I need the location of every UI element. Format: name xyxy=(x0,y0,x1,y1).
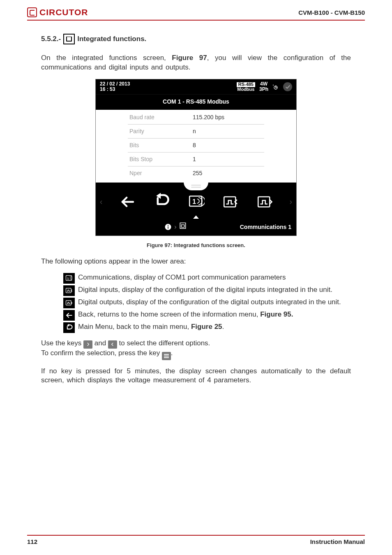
section-title: Integrated functions. xyxy=(77,35,146,44)
breadcrumb-square-icon xyxy=(179,222,187,232)
keys-paragraph: Use the keys and to select the different… xyxy=(41,339,351,360)
table-row: Baud rate 115.200 bps xyxy=(128,111,264,125)
brand-logo-mark xyxy=(27,7,37,17)
pull-handle-icon[interactable] xyxy=(184,182,208,190)
device-footer: › Communications 1 xyxy=(96,220,296,236)
list-item-text: Communications, display of COM1 port com… xyxy=(78,273,351,282)
chevron-right-icon[interactable]: › xyxy=(288,196,294,207)
section-heading: 5.5.2.- Integrated functions. xyxy=(41,34,351,44)
main-figure-ref: Figure 25 xyxy=(191,323,222,331)
device-datetime: 22 / 02 / 2013 16 : 53 xyxy=(100,81,130,92)
right-key-icon xyxy=(83,340,92,349)
wiring-indicator: 4W 3Ph xyxy=(259,81,268,92)
digital-inputs-icon xyxy=(63,285,75,296)
device-screenshot: 22 / 02 / 2013 16 : 53 RS-485 Modbus 4W … xyxy=(95,79,297,236)
timeout-paragraph: If no key is pressed for 5 minutes, the … xyxy=(41,367,351,386)
left-key-icon xyxy=(108,340,117,349)
brand-name: CIRCUTOR xyxy=(39,7,88,17)
setting-value: 1 xyxy=(189,153,264,166)
breadcrumb-sep: › xyxy=(174,222,177,232)
section-number: 5.5.2.- xyxy=(41,35,61,44)
undo-icon xyxy=(63,322,75,333)
digital-outputs-icon xyxy=(63,298,75,308)
setting-value: 115.200 bps xyxy=(189,111,264,124)
rs485-label: RS-485 xyxy=(237,82,255,87)
table-row: Nper 255 xyxy=(128,166,264,180)
footer-label: Instruction Manual xyxy=(310,538,365,545)
svg-rect-5 xyxy=(224,197,235,207)
integrated-functions-icon xyxy=(63,34,75,44)
brand-logo: CIRCUTOR xyxy=(27,7,88,17)
confirm-text-pre: To confirm the selection, press the key xyxy=(41,349,162,357)
list-item: Main Menu, back to the main menu, Figure… xyxy=(63,322,351,333)
confirm-text-post: . xyxy=(171,349,173,357)
keys-text-pre: Use the keys xyxy=(41,339,83,347)
list-item-text: Digital outputs, display of the configur… xyxy=(78,298,351,307)
setting-value: 8 xyxy=(189,139,264,152)
breadcrumb: › xyxy=(164,222,187,232)
keys-text-post: to select the different options. xyxy=(119,339,210,347)
page-content: 5.5.2.- Integrated functions. On the int… xyxy=(0,21,392,385)
back-arrow-icon xyxy=(63,310,75,321)
setting-key: Bits xyxy=(128,139,189,152)
list-item: Digital inputs, display of the configura… xyxy=(63,285,351,296)
device-time: 16 : 53 xyxy=(100,87,130,92)
chevron-left-icon[interactable]: ‹ xyxy=(98,196,104,207)
back-text-pre: Back, returns to the home screen of the … xyxy=(78,310,260,318)
info-icon xyxy=(164,223,172,231)
table-row: Parity n xyxy=(128,125,264,139)
intro-figure-ref: Figure 97 xyxy=(172,54,207,62)
device-nav-bar: ‹ 1 xyxy=(96,183,296,220)
back-figure-ref: Figure 95. xyxy=(260,310,293,318)
menu-key-icon xyxy=(162,352,171,360)
ok-status-icon xyxy=(283,82,292,91)
list-item: Back, returns to the home screen of the … xyxy=(63,310,351,321)
page-footer: 112 Instruction Manual xyxy=(27,535,365,545)
battery-icon xyxy=(272,83,279,90)
setting-value: n xyxy=(189,125,264,138)
back-arrow-icon[interactable] xyxy=(116,191,138,213)
setting-key: Nper xyxy=(128,166,189,180)
svg-rect-6 xyxy=(258,197,270,207)
table-row: Bits Stop 1 xyxy=(128,153,264,166)
digital-inputs-icon[interactable] xyxy=(219,191,242,213)
comm-protocol-indicator: RS-485 Modbus xyxy=(237,82,255,92)
table-row: Bits 8 xyxy=(128,139,264,153)
digital-outputs-icon[interactable] xyxy=(254,191,276,213)
keys-text-mid: and xyxy=(95,339,108,347)
setting-value: 255 xyxy=(189,166,264,180)
page-header: CIRCUTOR CVM-B100 - CVM-B150 xyxy=(0,0,392,17)
svg-text:1: 1 xyxy=(192,198,196,205)
communications-icon: 1 xyxy=(63,273,75,284)
communications-icon[interactable]: 1 xyxy=(185,191,207,213)
page-number: 112 xyxy=(27,538,37,545)
device-status-bar: 22 / 02 / 2013 16 : 53 RS-485 Modbus 4W … xyxy=(96,79,296,94)
list-item: Digital outputs, display of the configur… xyxy=(63,298,351,308)
wiring-3ph: 3Ph xyxy=(259,87,268,92)
figure-caption: Figure 97: Integrated functions screen. xyxy=(41,242,351,249)
setting-key: Baud rate xyxy=(128,111,189,124)
device-panel-title: COM 1 - RS-485 Modbus xyxy=(96,94,296,110)
setting-key: Bits Stop xyxy=(128,153,189,166)
modbus-label: Modbus xyxy=(237,87,255,92)
svg-rect-14 xyxy=(66,288,71,293)
list-item-text: Digital inputs, display of the configura… xyxy=(78,285,351,294)
svg-rect-11 xyxy=(181,224,184,227)
lower-area-intro: The following options appear in the lowe… xyxy=(41,257,351,266)
icon-bullet-list: 1 Communications, display of COM1 port c… xyxy=(63,273,351,333)
list-item: 1 Communications, display of COM1 port c… xyxy=(63,273,351,284)
main-text-post: . xyxy=(222,323,224,331)
main-text-pre: Main Menu, back to the main menu, xyxy=(78,323,191,331)
undo-icon[interactable] xyxy=(150,191,173,213)
svg-rect-10 xyxy=(180,223,186,229)
device-settings-table: Baud rate 115.200 bps Parity n Bits 8 Bi… xyxy=(96,110,296,182)
selection-marker-icon xyxy=(193,215,199,219)
svg-text:1: 1 xyxy=(67,277,69,280)
list-item-text: Back, returns to the home screen of the … xyxy=(78,310,351,319)
list-item-text: Main Menu, back to the main menu, Figure… xyxy=(78,322,351,331)
setting-key: Parity xyxy=(128,125,189,138)
intro-text-pre: On the integrated functions screen, xyxy=(41,54,172,62)
intro-paragraph: On the integrated functions screen, Figu… xyxy=(41,53,351,72)
svg-point-9 xyxy=(168,225,168,226)
footer-label: Communications 1 xyxy=(240,223,291,231)
